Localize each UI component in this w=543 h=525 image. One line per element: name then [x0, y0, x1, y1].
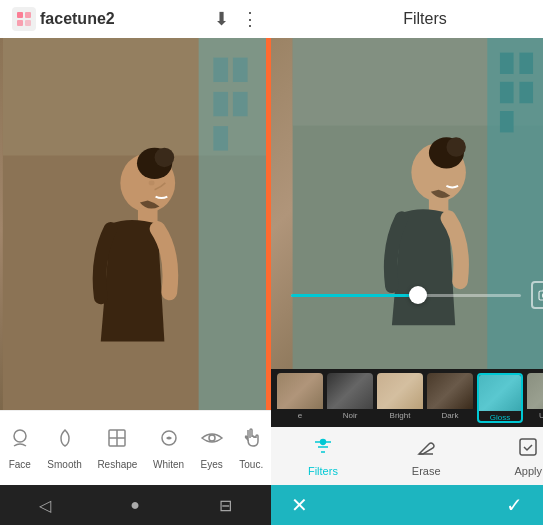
erase-icon: [415, 436, 437, 463]
svg-point-37: [320, 439, 325, 444]
filter-urban-img: [527, 373, 543, 409]
filter-dark-img: [427, 373, 473, 409]
filter-gloss[interactable]: Gloss: [477, 373, 523, 423]
header-icons: ⬇ ⋮: [214, 8, 259, 30]
reshape-icon: [105, 426, 129, 456]
filter-noir[interactable]: Noir: [327, 373, 373, 423]
right-title: Filters: [403, 10, 447, 28]
filter-bright-label: Bright: [377, 411, 423, 420]
smooth-label: Smooth: [47, 459, 81, 470]
close-nav-icon[interactable]: ✕: [291, 493, 308, 517]
svg-rect-2: [17, 20, 23, 26]
face-icon: [8, 426, 32, 456]
app-logo-icon: [12, 7, 36, 31]
right-image: [271, 38, 543, 369]
filter-urban-label: Urban: [527, 411, 543, 420]
camera-icon[interactable]: [531, 281, 543, 309]
svg-rect-0: [17, 12, 23, 18]
filter-original-img: [277, 373, 323, 409]
action-filters[interactable]: Filters: [308, 436, 338, 477]
left-scene-svg: [0, 38, 271, 410]
action-erase[interactable]: Erase: [412, 436, 441, 477]
svg-point-33: [446, 137, 465, 156]
tool-reshape[interactable]: Reshape: [97, 426, 137, 470]
filter-strip: e Noir Bright Dark Gloss Urban: [271, 369, 543, 427]
svg-rect-3: [25, 20, 31, 26]
face-label: Face: [9, 459, 31, 470]
bottom-nav-right: ✕ ✓: [271, 485, 543, 525]
svg-rect-26: [500, 53, 514, 74]
svg-rect-7: [213, 58, 228, 82]
svg-rect-11: [213, 126, 228, 150]
apply-icon: [517, 436, 539, 463]
download-icon[interactable]: ⬇: [214, 8, 229, 30]
svg-rect-29: [519, 82, 533, 103]
left-image: [0, 38, 271, 410]
filter-noir-img: [327, 373, 373, 409]
filter-gloss-img: [479, 375, 521, 411]
more-options-icon[interactable]: ⋮: [241, 8, 259, 30]
filters-icon: [312, 436, 334, 463]
svg-rect-28: [500, 82, 514, 103]
svg-rect-1: [25, 12, 31, 18]
tool-smooth[interactable]: Smooth: [47, 426, 81, 470]
svg-point-17: [14, 430, 26, 442]
main-content: facetune2 ⬇ ⋮: [0, 0, 543, 485]
bottom-toolbar-left: Face Smooth Reshape: [0, 410, 271, 485]
filter-bright-img: [377, 373, 423, 409]
smooth-icon: [53, 426, 77, 456]
svg-rect-9: [213, 92, 228, 116]
apply-label: Apply: [515, 465, 543, 477]
bottom-nav: ◁ ● ⊟ ✕ ✓: [0, 485, 543, 525]
home-nav-icon[interactable]: ●: [130, 496, 140, 514]
svg-rect-25: [487, 38, 543, 369]
filter-dark-label: Dark: [427, 411, 473, 420]
svg-rect-10: [233, 92, 248, 116]
right-scene-svg: [271, 38, 543, 369]
filters-label: Filters: [308, 465, 338, 477]
whiten-icon: [157, 426, 181, 456]
bottom-nav-left: ◁ ● ⊟: [0, 485, 271, 525]
back-nav-icon[interactable]: ◁: [39, 496, 51, 515]
svg-point-22: [209, 435, 215, 441]
action-apply[interactable]: Apply: [515, 436, 543, 477]
filter-original-label: e: [277, 411, 323, 420]
filter-bright[interactable]: Bright: [377, 373, 423, 423]
right-panel: Filters: [271, 0, 543, 485]
svg-rect-30: [500, 111, 514, 132]
svg-point-16: [149, 180, 155, 185]
logo-text: facetune2: [40, 10, 115, 28]
tool-whiten[interactable]: Whiten: [153, 426, 184, 470]
slider-area: [271, 281, 543, 309]
erase-label: Erase: [412, 465, 441, 477]
bottom-action-bar: Filters Erase Apply: [271, 427, 543, 485]
filter-urban[interactable]: Urban: [527, 373, 543, 423]
eyes-label: Eyes: [201, 459, 223, 470]
logo-area: facetune2: [12, 7, 115, 31]
slider-fill: [291, 294, 418, 297]
tool-eyes[interactable]: Eyes: [200, 426, 224, 470]
svg-rect-8: [233, 58, 248, 82]
filter-noir-label: Noir: [327, 411, 373, 420]
tool-face[interactable]: Face: [8, 426, 32, 470]
reshape-label: Reshape: [97, 459, 137, 470]
recents-nav-icon[interactable]: ⊟: [219, 496, 232, 515]
touch-icon: [239, 426, 263, 456]
filter-original[interactable]: e: [277, 373, 323, 423]
filter-dark[interactable]: Dark: [427, 373, 473, 423]
eyes-icon: [200, 426, 224, 456]
filter-slider-track[interactable]: [291, 294, 521, 297]
svg-point-14: [155, 148, 175, 168]
confirm-nav-icon[interactable]: ✓: [506, 493, 523, 517]
slider-thumb[interactable]: [409, 286, 427, 304]
touch-label: Touc.: [239, 459, 263, 470]
tool-touch[interactable]: Touc.: [239, 426, 263, 470]
left-header: facetune2 ⬇ ⋮: [0, 0, 271, 38]
whiten-label: Whiten: [153, 459, 184, 470]
svg-rect-39: [520, 439, 536, 455]
filter-gloss-label: Gloss: [479, 413, 521, 422]
svg-rect-27: [519, 53, 533, 74]
right-header: Filters: [271, 0, 543, 38]
left-panel: facetune2 ⬇ ⋮: [0, 0, 271, 485]
